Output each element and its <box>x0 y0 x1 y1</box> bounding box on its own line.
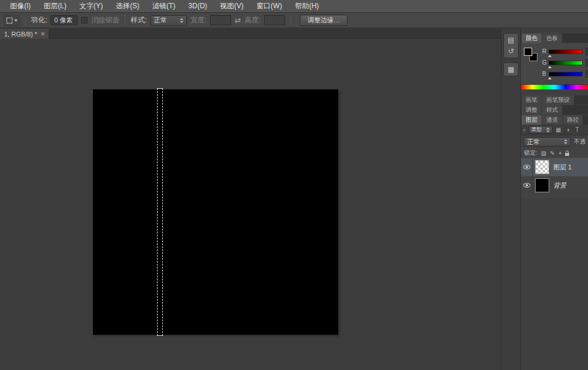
eye-icon <box>523 165 530 169</box>
lock-position-icon[interactable]: + <box>559 150 562 156</box>
canvas-document[interactable] <box>93 89 338 335</box>
style-select[interactable]: 正常 <box>151 15 187 26</box>
marquee-selection[interactable] <box>157 88 163 336</box>
visibility-cell[interactable] <box>521 176 533 194</box>
layer-filter-row: ⌕ 类型 ▦ ◑ T <box>521 125 588 135</box>
search-icon: ⌕ <box>523 126 526 134</box>
type-filter-icon[interactable]: T <box>574 126 581 133</box>
foreground-color-swatch[interactable] <box>524 48 532 56</box>
lock-all-icon[interactable] <box>565 153 569 156</box>
height-input[interactable] <box>264 15 285 25</box>
layer-row-background[interactable]: 背景 <box>521 176 588 194</box>
lock-pixels-icon[interactable]: ✎ <box>550 150 554 156</box>
history-icon[interactable]: ↺ <box>506 46 516 56</box>
canvas-area[interactable] <box>0 39 501 370</box>
lock-label: 锁定: <box>524 149 537 157</box>
panels-icon[interactable]: ▤ <box>506 35 516 45</box>
blend-mode-value: 正常 <box>527 138 540 146</box>
panel-dock: 颜色 色板 R G <box>520 28 588 370</box>
visibility-cell[interactable] <box>521 158 533 176</box>
updown-arrows-icon <box>546 128 550 132</box>
layer-row-layer1[interactable]: 图层 1 <box>521 158 588 176</box>
tab-channels[interactable]: 通道 <box>542 115 562 125</box>
color-panel: R G B <box>521 43 588 84</box>
blend-mode-select[interactable]: 正常 <box>523 137 571 146</box>
layers-panel: ⌕ 类型 ▦ ◑ T 正常 不透 锁 <box>521 125 588 199</box>
close-icon[interactable]: × <box>41 31 45 37</box>
eye-icon <box>523 183 530 188</box>
tab-paths[interactable]: 路径 <box>563 115 583 125</box>
lock-row: 锁定: ▨ ✎ + <box>521 148 588 158</box>
document-tab-title: 1, RGB/8) * <box>4 31 37 38</box>
menu-layer[interactable]: 图层(L) <box>37 0 73 12</box>
layer-thumbnail[interactable] <box>535 178 549 192</box>
chevron-down-icon <box>14 19 18 22</box>
pixel-filter-icon[interactable]: ▦ <box>555 126 562 133</box>
tab-swatches[interactable]: 色板 <box>542 34 562 43</box>
menu-window[interactable]: 窗口(W) <box>250 0 288 12</box>
layer-filter-value: 类型 <box>532 126 542 134</box>
divider <box>25 15 26 26</box>
tool-preset-button[interactable] <box>4 15 20 26</box>
menu-filter[interactable]: 滤镜(T) <box>146 0 182 12</box>
layer-filter-select[interactable]: 类型 <box>529 126 553 134</box>
layer-name[interactable]: 图层 1 <box>553 163 572 172</box>
refine-edge-button[interactable]: 调整边缘… <box>300 15 348 26</box>
lock-transparency-icon[interactable]: ▨ <box>541 150 546 156</box>
photoshop-window: 图像(I) 图层(L) 文字(Y) 选择(S) 滤镜(T) 3D(D) 视图(V… <box>0 0 588 370</box>
red-value-input[interactable] <box>586 48 588 55</box>
rectangular-marquee-icon <box>6 18 12 24</box>
blue-channel-row: B <box>542 70 588 78</box>
tab-layers[interactable]: 图层 <box>522 115 542 125</box>
style-label: 样式: <box>131 15 146 25</box>
blue-channel-label: B <box>542 71 549 77</box>
properties-icon[interactable]: ▦ <box>506 65 516 74</box>
green-slider[interactable] <box>549 61 583 65</box>
tool-options-bar: 羽化: 0 像素 消除锯齿 样式: 正常 宽度: ⇄ 高度: 调整边缘… <box>0 13 588 28</box>
width-label: 宽度: <box>191 15 206 25</box>
feather-input[interactable]: 0 像素 <box>51 15 78 25</box>
color-swatches <box>524 48 540 64</box>
feather-label: 羽化: <box>31 15 47 25</box>
menu-bar: 图像(I) 图层(L) 文字(Y) 选择(S) 滤镜(T) 3D(D) 视图(V… <box>0 0 588 13</box>
green-channel-row: G <box>542 59 588 66</box>
menu-image[interactable]: 图像(I) <box>4 0 37 12</box>
divider <box>290 15 291 26</box>
brush-panel-tabs: 画笔 画笔预设 <box>521 95 588 105</box>
width-input[interactable] <box>210 15 231 25</box>
tab-brush[interactable]: 画笔 <box>522 95 542 105</box>
document-tab[interactable]: 1, RGB/8) * × <box>0 29 49 39</box>
swap-dimensions-icon[interactable]: ⇄ <box>235 16 241 25</box>
red-channel-label: R <box>542 48 549 55</box>
opacity-label: 不透 <box>574 138 586 146</box>
menu-3d[interactable]: 3D(D) <box>182 0 213 12</box>
style-select-value: 正常 <box>154 16 167 25</box>
red-slider[interactable] <box>549 49 583 54</box>
tab-adjustments[interactable]: 调整 <box>522 105 542 115</box>
color-spectrum-ramp[interactable] <box>521 84 588 89</box>
menu-select[interactable]: 选择(S) <box>109 0 146 12</box>
tab-styles[interactable]: 样式 <box>542 105 562 115</box>
green-value-input[interactable] <box>586 59 588 66</box>
blue-value-input[interactable] <box>586 70 588 78</box>
height-label: 高度: <box>245 15 260 25</box>
blue-slider[interactable] <box>549 72 583 76</box>
collapsed-panel-group: ▦ <box>503 62 519 76</box>
layer-name[interactable]: 背景 <box>553 181 566 190</box>
rgb-sliders: R G B <box>542 48 588 81</box>
updown-arrows-icon <box>564 139 567 144</box>
antialias-checkbox[interactable] <box>81 17 88 24</box>
blend-mode-row: 正常 不透 <box>521 135 588 148</box>
tab-color[interactable]: 颜色 <box>522 34 542 43</box>
menu-help[interactable]: 帮助(H) <box>289 0 326 12</box>
divider <box>125 15 125 26</box>
collapsed-panel-strip: ▤ ↺ ▦ <box>503 33 519 81</box>
menu-type[interactable]: 文字(Y) <box>73 0 109 12</box>
adjustments-panel-tabs: 调整 样式 <box>521 105 588 115</box>
menu-view[interactable]: 视图(V) <box>213 0 250 12</box>
adjustment-filter-icon[interactable]: ◑ <box>564 126 572 133</box>
layer-thumbnail[interactable] <box>535 160 549 174</box>
updown-arrows-icon <box>180 18 183 23</box>
tab-brush-presets[interactable]: 画笔预设 <box>542 95 574 105</box>
antialias-label: 消除锯齿 <box>91 15 119 25</box>
